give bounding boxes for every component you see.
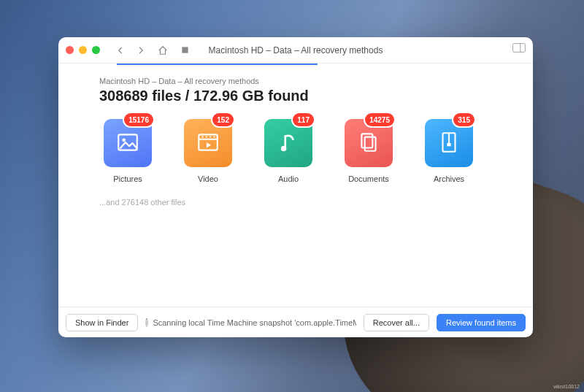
pictures-tile: 15176 (104, 119, 152, 167)
zoom-window-button[interactable] (92, 46, 100, 54)
svg-rect-1 (512, 44, 525, 53)
category-card-pictures[interactable]: 15176Pictures (99, 119, 156, 183)
category-card-audio[interactable]: 117Audio (260, 119, 317, 183)
count-badge: 117 (293, 113, 314, 126)
category-card-video[interactable]: 152Video (180, 119, 237, 183)
more-files-note: ...and 276148 other files (99, 198, 511, 207)
count-badge: 152 (212, 113, 234, 126)
close-window-button[interactable] (66, 46, 74, 54)
app-window: Macintosh HD – Data – All recovery metho… (58, 37, 533, 337)
category-cards: 15176Pictures152Video117Audio14275Docume… (99, 119, 511, 183)
scan-status-text: Scanning local Time Machine snapshot 'co… (153, 318, 356, 327)
svg-point-11 (281, 145, 286, 150)
window-controls (66, 46, 100, 54)
audio-icon (276, 130, 301, 157)
footer-bar: Show in Finder Scanning local Time Machi… (58, 307, 533, 337)
category-card-archives[interactable]: 315Archives (420, 119, 477, 183)
archive-icon (437, 130, 461, 157)
watermark: wknd10812 (553, 384, 580, 389)
category-label: Archives (420, 174, 477, 183)
back-button[interactable] (113, 43, 128, 58)
svg-point-9 (210, 136, 211, 137)
category-label: Video (180, 174, 237, 183)
svg-rect-0 (182, 47, 188, 53)
svg-point-4 (122, 138, 126, 142)
show-in-finder-button[interactable]: Show in Finder (66, 314, 138, 331)
nav-buttons (113, 43, 148, 58)
main-content: Macintosh HD – Data – All recovery metho… (58, 64, 533, 307)
review-found-items-button[interactable]: Review found items (437, 314, 526, 331)
recover-all-button[interactable]: Recover all... (364, 314, 429, 331)
svg-point-7 (202, 136, 204, 137)
spinner-icon (145, 318, 148, 327)
count-badge: 315 (453, 113, 474, 126)
scan-headline: 308689 files / 172.96 GB found (99, 88, 511, 104)
svg-point-10 (213, 136, 215, 137)
audio-tile: 117 (264, 119, 312, 167)
documents-tile: 14275 (345, 119, 393, 167)
count-badge: 14275 (365, 113, 394, 126)
active-tab-indicator (117, 64, 318, 65)
video-icon (196, 130, 220, 157)
category-label: Audio (260, 174, 317, 183)
titlebar: Macintosh HD – Data – All recovery metho… (58, 37, 533, 64)
category-label: Documents (340, 174, 397, 183)
minimize-window-button[interactable] (79, 46, 87, 54)
svg-rect-13 (365, 137, 376, 150)
svg-rect-16 (447, 143, 450, 146)
home-button[interactable] (155, 43, 170, 58)
archives-tile: 315 (425, 119, 473, 167)
sidebar-toggle-icon[interactable] (512, 43, 526, 55)
forward-button[interactable] (134, 43, 148, 58)
document-icon (356, 130, 381, 157)
category-label: Pictures (99, 174, 156, 183)
scan-subtitle: Macintosh HD – Data – All recovery metho… (99, 77, 511, 85)
count-badge: 15176 (124, 113, 153, 126)
stop-button[interactable] (177, 43, 192, 58)
svg-rect-12 (361, 134, 372, 147)
video-tile: 152 (184, 119, 232, 167)
scan-status: Scanning local Time Machine snapshot 'co… (145, 318, 356, 327)
picture-icon (115, 130, 140, 157)
category-card-documents[interactable]: 14275Documents (340, 119, 397, 183)
svg-point-8 (206, 136, 207, 137)
